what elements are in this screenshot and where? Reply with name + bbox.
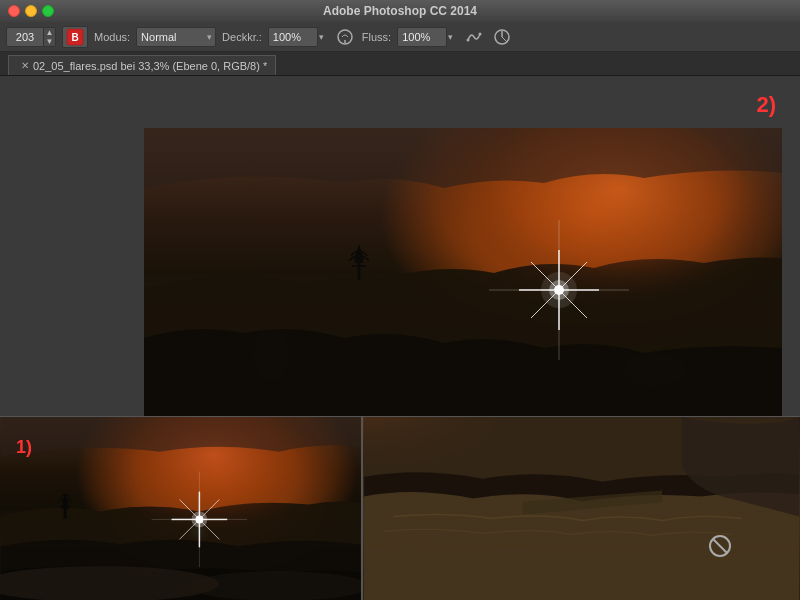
svg-text:B: B (71, 32, 78, 43)
small-sun-flare (0, 417, 361, 600)
bottom-right-landscape (363, 417, 800, 600)
svg-rect-44 (364, 417, 800, 600)
airbrush-button[interactable] (334, 26, 356, 48)
bottom-right-image (362, 416, 800, 600)
svg-point-22 (554, 285, 564, 295)
close-button[interactable] (8, 5, 20, 17)
svg-point-5 (479, 32, 482, 35)
svg-line-8 (502, 37, 507, 42)
svg-point-24 (541, 272, 577, 308)
svg-rect-25 (358, 263, 361, 280)
svg-point-45 (363, 417, 642, 536)
main-landscape (144, 128, 782, 416)
label-1: 1) (16, 437, 32, 458)
svg-line-34 (180, 519, 200, 539)
bottom-left-image: 1) (0, 416, 362, 600)
brush-size-input[interactable]: 203 ▲▼ (6, 27, 56, 47)
titlebar: Adobe Photoshop CC 2014 (0, 0, 800, 22)
mode-select[interactable]: Normal (136, 27, 216, 47)
window-title: Adobe Photoshop CC 2014 (323, 4, 477, 18)
angle-button[interactable] (491, 26, 513, 48)
toolbar: 203 ▲▼ B Modus: Normal Deckkr.: 100% Flu… (0, 22, 800, 52)
brush-size-arrows[interactable]: ▲▼ (44, 27, 56, 47)
svg-rect-43 (64, 509, 67, 519)
minimize-button[interactable] (25, 5, 37, 17)
flow-label: Fluss: (362, 31, 391, 43)
svg-point-4 (467, 38, 470, 41)
opacity-select[interactable]: 100% (268, 27, 318, 47)
mode-select-wrapper[interactable]: Normal (136, 27, 216, 47)
svg-point-41 (0, 566, 219, 600)
maximize-button[interactable] (42, 5, 54, 17)
svg-line-15 (559, 290, 587, 318)
svg-line-14 (531, 262, 559, 290)
svg-point-26 (60, 417, 338, 571)
mode-label: Modus: (94, 31, 130, 43)
opacity-select-wrapper[interactable]: 100% (268, 27, 328, 47)
no-entry-icon (708, 534, 732, 558)
tab-label: 02_05_flares.psd bei 33,3% (Ebene 0, RGB… (33, 60, 267, 72)
angle-icon (493, 28, 511, 46)
main-sun-flare (144, 128, 782, 416)
svg-line-17 (531, 290, 559, 318)
brush-size-value[interactable]: 203 (6, 27, 44, 47)
main-image (144, 128, 782, 416)
canvas-area: 2) (0, 76, 800, 600)
brush-preset-icon: B (66, 28, 84, 46)
no-entry-symbol (708, 534, 732, 558)
svg-point-42 (189, 571, 361, 600)
small-landscape (0, 417, 361, 600)
svg-line-47 (713, 539, 727, 553)
airbrush-icon (336, 28, 354, 46)
smoothing-icon (465, 28, 483, 46)
close-x[interactable]: ✕ (21, 60, 29, 71)
brush-preset-button[interactable]: B (62, 26, 88, 48)
svg-point-39 (195, 515, 203, 523)
svg-line-16 (559, 262, 587, 290)
smoothing-button[interactable] (463, 26, 485, 48)
svg-point-23 (549, 280, 569, 300)
svg-line-33 (199, 500, 219, 520)
document-tab[interactable]: ✕ 02_05_flares.psd bei 33,3% (Ebene 0, R… (8, 55, 276, 75)
label-2: 2) (756, 92, 776, 118)
svg-point-9 (359, 128, 759, 358)
opacity-label: Deckkr.: (222, 31, 262, 43)
flow-select[interactable]: 100% (397, 27, 447, 47)
svg-point-40 (191, 511, 207, 527)
tabbar: ✕ 02_05_flares.psd bei 33,3% (Ebene 0, R… (0, 52, 800, 76)
flow-select-wrapper[interactable]: 100% (397, 27, 457, 47)
traffic-lights (8, 5, 54, 17)
bottom-right-overlay (363, 417, 800, 600)
svg-line-31 (180, 500, 200, 520)
svg-line-32 (199, 519, 219, 539)
